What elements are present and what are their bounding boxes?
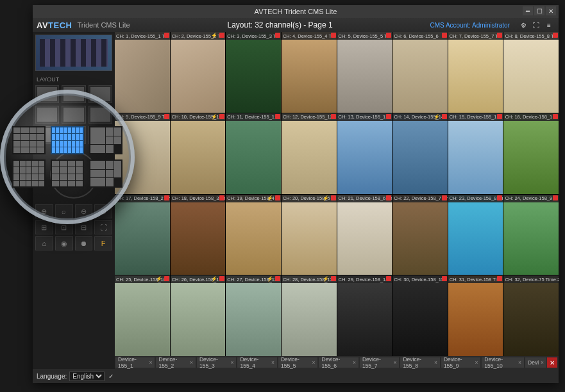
- channel-cell[interactable]: CH: 14, Device-155_14⚡: [392, 113, 448, 194]
- channel-cell[interactable]: CH: 28, Device-158_13⚡: [282, 275, 337, 356]
- control-button-11[interactable]: F: [94, 236, 112, 250]
- channel-cell[interactable]: CH: 8, Device-155_8 Ti: [503, 32, 559, 113]
- motion-icon: ⚡: [211, 276, 217, 282]
- tab-close-icon[interactable]: ×: [475, 359, 478, 366]
- recording-icon: [442, 33, 447, 38]
- channel-cell[interactable]: CH: 27, Device-158_12⚡: [226, 275, 281, 356]
- fullscreen-icon[interactable]: ⛶: [530, 19, 542, 31]
- channel-cell[interactable]: CH: 21, Device-158_6 Tir: [337, 195, 392, 275]
- recording-icon: [331, 33, 336, 38]
- channel-cell[interactable]: CH: 30, Device-158_15: [392, 275, 448, 356]
- device-tab[interactable]: Devi×: [525, 357, 546, 368]
- channel-cell[interactable]: CH: 5, Device-155_5 Tir: [337, 32, 392, 113]
- close-all-tabs[interactable]: ✕: [547, 357, 557, 368]
- channel-cell[interactable]: CH: 11, Device-155_11: [226, 113, 281, 194]
- recording-icon: [275, 33, 280, 38]
- channel-cell[interactable]: CH: 22, Device-158_7 Tir: [392, 195, 448, 275]
- mag-layout-d[interactable]: [51, 159, 84, 188]
- channel-cell[interactable]: CH: 20, Device-158_5⚡: [282, 195, 337, 275]
- device-tab[interactable]: Device-155_9×: [441, 357, 480, 368]
- channel-cell[interactable]: CH: 26, Device-158_11⚡: [171, 275, 226, 356]
- recording-icon: [331, 195, 336, 200]
- channel-cell[interactable]: CH: 24, Device-158_9 Ti: [503, 195, 559, 275]
- channel-cell[interactable]: CH: 7, Device-155_7 Tir: [448, 32, 503, 113]
- tab-close-icon[interactable]: ×: [518, 359, 521, 366]
- close-button[interactable]: ✕: [546, 6, 556, 15]
- mag-layout-b[interactable]: [89, 126, 122, 154]
- control-button-10[interactable]: ⏺: [75, 236, 93, 250]
- recording-icon: [553, 114, 558, 119]
- channel-caption: CH: 21, Device-158_6 Tir: [337, 195, 392, 202]
- motion-icon: ⚡: [267, 195, 273, 201]
- channel-cell[interactable]: CH: 18, Device-158_3 Tir: [171, 195, 226, 275]
- channel-caption: CH: 5, Device-155_5 Tir: [337, 32, 392, 40]
- channel-cell[interactable]: CH: 16, Device-158_1 Ti: [503, 113, 559, 194]
- channel-cell[interactable]: CH: 12, Device-155_12: [282, 113, 337, 194]
- channel-cell[interactable]: CH: 17, Device-158_2 Tir: [115, 195, 170, 275]
- maximize-button[interactable]: ☐: [534, 6, 544, 15]
- channel-cell[interactable]: CH: 19, Device-158_4⚡: [226, 195, 281, 275]
- tab-close-icon[interactable]: ×: [541, 359, 544, 366]
- control-button-4[interactable]: ⊞: [35, 220, 53, 234]
- channel-cell[interactable]: CH: 3, Device-155_3 Tir: [226, 32, 281, 113]
- motion-icon: ⚡: [267, 276, 273, 282]
- device-tab[interactable]: Device-155_6×: [319, 357, 358, 368]
- language-apply[interactable]: ✓: [108, 373, 114, 380]
- language-label: Language:: [37, 373, 67, 380]
- channel-cell[interactable]: CH: 1, Device-155_1 Tir: [115, 32, 170, 113]
- device-tabs: Device-155_1×Device-155_2×Device-155_3×D…: [115, 356, 559, 369]
- channel-caption: CH: 13, Device-155_13: [337, 113, 392, 121]
- channel-cell[interactable]: CH: 23, Device-158_8 Tir: [448, 195, 503, 275]
- channel-caption: CH: 4, Device-155_4 Tir: [282, 32, 337, 40]
- language-select[interactable]: English: [69, 372, 105, 381]
- tab-close-icon[interactable]: ×: [230, 359, 233, 366]
- channel-cell[interactable]: CH: 10, Device-155_10⚡: [171, 113, 226, 194]
- channel-cell[interactable]: CH: 31, Device-158 Ti: [448, 275, 503, 356]
- channel-caption: CH: 15, Device-155_15: [448, 113, 503, 121]
- channel-caption: CH: 3, Device-155_3 Tir: [226, 32, 281, 40]
- device-tab[interactable]: Device-155_4×: [237, 357, 276, 368]
- recording-icon: [164, 195, 169, 200]
- recording-icon: [219, 276, 224, 281]
- tab-close-icon[interactable]: ×: [149, 359, 153, 366]
- tab-close-icon[interactable]: ×: [393, 359, 396, 366]
- recording-icon: [164, 114, 169, 119]
- device-tab[interactable]: Device-155_8×: [400, 357, 439, 368]
- device-tab[interactable]: Device-155_2×: [156, 357, 195, 368]
- tab-close-icon[interactable]: ×: [271, 359, 274, 366]
- channel-cell[interactable]: CH: 32, Device-75 Time:2: [503, 275, 559, 356]
- control-button-9[interactable]: ◉: [55, 236, 73, 250]
- recording-icon: [386, 114, 391, 119]
- mag-layout-e[interactable]: [89, 159, 122, 188]
- device-tab[interactable]: Device-155_1×: [115, 357, 155, 368]
- tab-close-icon[interactable]: ×: [353, 359, 356, 366]
- device-tab[interactable]: Device-155_5×: [278, 357, 317, 368]
- tab-close-icon[interactable]: ×: [190, 359, 193, 366]
- tab-close-icon[interactable]: ×: [312, 359, 315, 366]
- device-tab[interactable]: Device-155_7×: [360, 357, 399, 368]
- control-button-8[interactable]: ⌂: [35, 236, 53, 250]
- settings-icon[interactable]: ⚙: [518, 19, 529, 31]
- channel-cell[interactable]: CH: 29, Device-158_14: [337, 275, 392, 356]
- recording-icon: [497, 276, 502, 281]
- control-button-7[interactable]: ⛶: [94, 220, 112, 234]
- recording-icon: [275, 276, 280, 281]
- minimize-button[interactable]: ━: [523, 6, 533, 15]
- channel-cell[interactable]: CH: 6, Device-155_6: [392, 32, 448, 113]
- mag-layout-c[interactable]: [12, 159, 46, 188]
- channel-cell[interactable]: CH: 13, Device-155_13: [337, 113, 392, 194]
- tab-close-icon[interactable]: ×: [434, 359, 437, 366]
- channel-caption: CH: 1, Device-155_1 Tir: [115, 32, 170, 40]
- menu-icon[interactable]: ≡: [543, 19, 555, 31]
- preview-thumbnail[interactable]: [35, 35, 112, 71]
- channel-cell[interactable]: CH: 2, Device-155_2 Tir⚡: [171, 32, 226, 113]
- account-link[interactable]: CMS Account: Administrator: [430, 22, 510, 29]
- channel-cell[interactable]: CH: 4, Device-155_4 Tir: [282, 32, 337, 113]
- device-tab[interactable]: Device-155_3×: [197, 357, 236, 368]
- mag-layout-a[interactable]: [12, 126, 46, 154]
- mag-layout-32-selected[interactable]: [51, 126, 84, 154]
- channel-cell[interactable]: CH: 25, Device-158_10⚡: [115, 275, 170, 356]
- channel-cell[interactable]: CH: 15, Device-155_15: [448, 113, 503, 194]
- recording-icon: [275, 195, 280, 200]
- device-tab[interactable]: Device-155_10×: [482, 357, 524, 368]
